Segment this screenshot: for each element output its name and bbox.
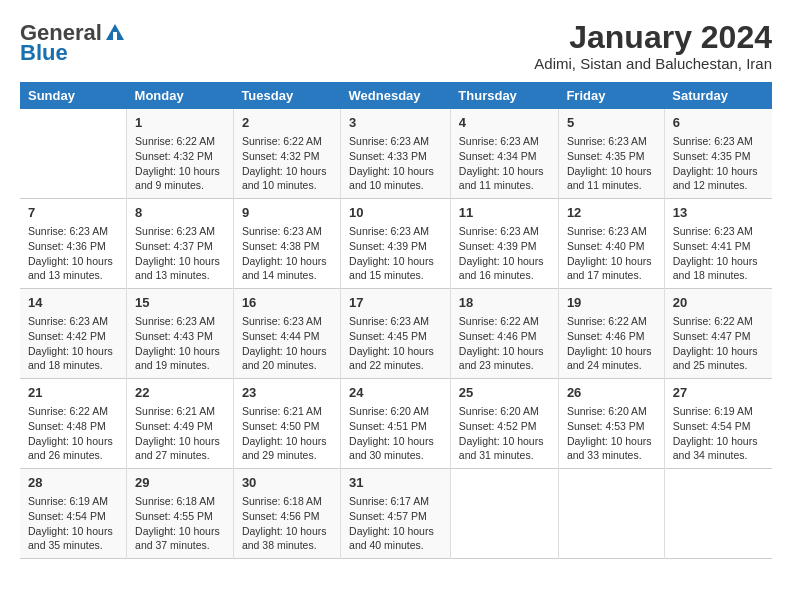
calendar-cell: 18Sunrise: 6:22 AM Sunset: 4:46 PM Dayli…	[450, 289, 558, 379]
day-info: Sunrise: 6:23 AM Sunset: 4:44 PM Dayligh…	[242, 314, 332, 373]
calendar-cell: 19Sunrise: 6:22 AM Sunset: 4:46 PM Dayli…	[558, 289, 664, 379]
calendar-cell: 11Sunrise: 6:23 AM Sunset: 4:39 PM Dayli…	[450, 199, 558, 289]
day-info: Sunrise: 6:22 AM Sunset: 4:32 PM Dayligh…	[242, 134, 332, 193]
day-info: Sunrise: 6:21 AM Sunset: 4:50 PM Dayligh…	[242, 404, 332, 463]
day-info: Sunrise: 6:22 AM Sunset: 4:46 PM Dayligh…	[567, 314, 656, 373]
calendar-cell: 9Sunrise: 6:23 AM Sunset: 4:38 PM Daylig…	[233, 199, 340, 289]
day-info: Sunrise: 6:23 AM Sunset: 4:39 PM Dayligh…	[349, 224, 442, 283]
calendar-cell: 31Sunrise: 6:17 AM Sunset: 4:57 PM Dayli…	[341, 468, 451, 558]
header-tuesday: Tuesday	[233, 82, 340, 109]
calendar-cell: 25Sunrise: 6:20 AM Sunset: 4:52 PM Dayli…	[450, 379, 558, 469]
header-monday: Monday	[127, 82, 234, 109]
calendar-cell: 20Sunrise: 6:22 AM Sunset: 4:47 PM Dayli…	[664, 289, 772, 379]
page-header: General Blue January 2024 Adimi, Sistan …	[20, 20, 772, 72]
day-number: 31	[349, 474, 442, 492]
day-number: 20	[673, 294, 764, 312]
day-info: Sunrise: 6:21 AM Sunset: 4:49 PM Dayligh…	[135, 404, 225, 463]
logo-icon	[104, 22, 126, 44]
day-info: Sunrise: 6:23 AM Sunset: 4:34 PM Dayligh…	[459, 134, 550, 193]
day-number: 27	[673, 384, 764, 402]
day-info: Sunrise: 6:18 AM Sunset: 4:56 PM Dayligh…	[242, 494, 332, 553]
calendar-week-row: 14Sunrise: 6:23 AM Sunset: 4:42 PM Dayli…	[20, 289, 772, 379]
day-number: 2	[242, 114, 332, 132]
calendar-cell: 28Sunrise: 6:19 AM Sunset: 4:54 PM Dayli…	[20, 468, 127, 558]
day-info: Sunrise: 6:22 AM Sunset: 4:47 PM Dayligh…	[673, 314, 764, 373]
calendar-cell	[20, 109, 127, 198]
day-number: 9	[242, 204, 332, 222]
day-info: Sunrise: 6:23 AM Sunset: 4:37 PM Dayligh…	[135, 224, 225, 283]
day-info: Sunrise: 6:23 AM Sunset: 4:33 PM Dayligh…	[349, 134, 442, 193]
day-number: 23	[242, 384, 332, 402]
calendar-cell: 4Sunrise: 6:23 AM Sunset: 4:34 PM Daylig…	[450, 109, 558, 198]
calendar-cell: 15Sunrise: 6:23 AM Sunset: 4:43 PM Dayli…	[127, 289, 234, 379]
calendar-cell: 1Sunrise: 6:22 AM Sunset: 4:32 PM Daylig…	[127, 109, 234, 198]
calendar-cell: 2Sunrise: 6:22 AM Sunset: 4:32 PM Daylig…	[233, 109, 340, 198]
day-info: Sunrise: 6:20 AM Sunset: 4:53 PM Dayligh…	[567, 404, 656, 463]
day-number: 22	[135, 384, 225, 402]
calendar-cell: 14Sunrise: 6:23 AM Sunset: 4:42 PM Dayli…	[20, 289, 127, 379]
calendar-cell: 16Sunrise: 6:23 AM Sunset: 4:44 PM Dayli…	[233, 289, 340, 379]
day-info: Sunrise: 6:23 AM Sunset: 4:38 PM Dayligh…	[242, 224, 332, 283]
header-saturday: Saturday	[664, 82, 772, 109]
day-info: Sunrise: 6:23 AM Sunset: 4:43 PM Dayligh…	[135, 314, 225, 373]
calendar-week-row: 7Sunrise: 6:23 AM Sunset: 4:36 PM Daylig…	[20, 199, 772, 289]
day-info: Sunrise: 6:17 AM Sunset: 4:57 PM Dayligh…	[349, 494, 442, 553]
day-number: 29	[135, 474, 225, 492]
calendar-cell: 21Sunrise: 6:22 AM Sunset: 4:48 PM Dayli…	[20, 379, 127, 469]
day-number: 12	[567, 204, 656, 222]
logo: General Blue	[20, 20, 126, 66]
day-info: Sunrise: 6:23 AM Sunset: 4:35 PM Dayligh…	[567, 134, 656, 193]
title-block: January 2024 Adimi, Sistan and Baluchest…	[534, 20, 772, 72]
day-number: 10	[349, 204, 442, 222]
day-info: Sunrise: 6:20 AM Sunset: 4:51 PM Dayligh…	[349, 404, 442, 463]
day-info: Sunrise: 6:22 AM Sunset: 4:48 PM Dayligh…	[28, 404, 118, 463]
day-number: 28	[28, 474, 118, 492]
calendar-cell: 6Sunrise: 6:23 AM Sunset: 4:35 PM Daylig…	[664, 109, 772, 198]
day-number: 7	[28, 204, 118, 222]
day-number: 21	[28, 384, 118, 402]
day-number: 8	[135, 204, 225, 222]
header-thursday: Thursday	[450, 82, 558, 109]
day-number: 14	[28, 294, 118, 312]
day-number: 5	[567, 114, 656, 132]
day-number: 16	[242, 294, 332, 312]
calendar-cell: 7Sunrise: 6:23 AM Sunset: 4:36 PM Daylig…	[20, 199, 127, 289]
day-number: 24	[349, 384, 442, 402]
day-info: Sunrise: 6:19 AM Sunset: 4:54 PM Dayligh…	[28, 494, 118, 553]
day-info: Sunrise: 6:23 AM Sunset: 4:35 PM Dayligh…	[673, 134, 764, 193]
calendar-cell: 3Sunrise: 6:23 AM Sunset: 4:33 PM Daylig…	[341, 109, 451, 198]
calendar-cell: 23Sunrise: 6:21 AM Sunset: 4:50 PM Dayli…	[233, 379, 340, 469]
day-number: 25	[459, 384, 550, 402]
day-number: 18	[459, 294, 550, 312]
day-number: 15	[135, 294, 225, 312]
svg-rect-1	[113, 32, 117, 40]
calendar-cell: 27Sunrise: 6:19 AM Sunset: 4:54 PM Dayli…	[664, 379, 772, 469]
calendar-header-row: SundayMondayTuesdayWednesdayThursdayFrid…	[20, 82, 772, 109]
calendar-cell: 5Sunrise: 6:23 AM Sunset: 4:35 PM Daylig…	[558, 109, 664, 198]
day-number: 19	[567, 294, 656, 312]
day-info: Sunrise: 6:23 AM Sunset: 4:36 PM Dayligh…	[28, 224, 118, 283]
header-friday: Friday	[558, 82, 664, 109]
calendar-cell: 22Sunrise: 6:21 AM Sunset: 4:49 PM Dayli…	[127, 379, 234, 469]
day-info: Sunrise: 6:23 AM Sunset: 4:45 PM Dayligh…	[349, 314, 442, 373]
calendar-cell: 26Sunrise: 6:20 AM Sunset: 4:53 PM Dayli…	[558, 379, 664, 469]
calendar-cell: 8Sunrise: 6:23 AM Sunset: 4:37 PM Daylig…	[127, 199, 234, 289]
day-number: 6	[673, 114, 764, 132]
day-number: 11	[459, 204, 550, 222]
day-number: 3	[349, 114, 442, 132]
day-number: 4	[459, 114, 550, 132]
day-info: Sunrise: 6:23 AM Sunset: 4:42 PM Dayligh…	[28, 314, 118, 373]
day-info: Sunrise: 6:22 AM Sunset: 4:32 PM Dayligh…	[135, 134, 225, 193]
day-info: Sunrise: 6:23 AM Sunset: 4:39 PM Dayligh…	[459, 224, 550, 283]
day-info: Sunrise: 6:18 AM Sunset: 4:55 PM Dayligh…	[135, 494, 225, 553]
day-info: Sunrise: 6:19 AM Sunset: 4:54 PM Dayligh…	[673, 404, 764, 463]
day-number: 13	[673, 204, 764, 222]
calendar-cell: 30Sunrise: 6:18 AM Sunset: 4:56 PM Dayli…	[233, 468, 340, 558]
calendar-cell	[450, 468, 558, 558]
header-sunday: Sunday	[20, 82, 127, 109]
day-info: Sunrise: 6:23 AM Sunset: 4:41 PM Dayligh…	[673, 224, 764, 283]
calendar-cell: 12Sunrise: 6:23 AM Sunset: 4:40 PM Dayli…	[558, 199, 664, 289]
location-subtitle: Adimi, Sistan and Baluchestan, Iran	[534, 55, 772, 72]
month-year-title: January 2024	[534, 20, 772, 55]
calendar-cell: 29Sunrise: 6:18 AM Sunset: 4:55 PM Dayli…	[127, 468, 234, 558]
